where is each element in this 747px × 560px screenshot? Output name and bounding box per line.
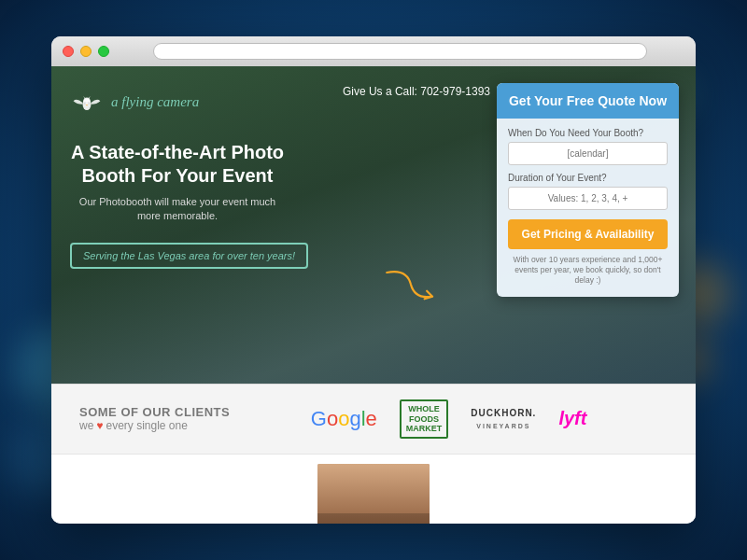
hero-section: Give Us a Call: 702-979-1393 — [51, 66, 696, 384]
title-bar — [51, 36, 696, 66]
serving-badge[interactable]: Serving the Las Vegas area for over ten … — [70, 243, 308, 269]
get-pricing-button[interactable]: Get Pricing & Availability — [508, 219, 668, 249]
preview-image — [317, 464, 430, 524]
svg-point-3 — [83, 97, 90, 104]
clients-section: SOME OF OUR CLIENTS we ♥ every single on… — [51, 384, 696, 454]
close-button[interactable] — [63, 46, 74, 57]
lyft-logo: lyft — [558, 408, 586, 429]
clients-subtitle: we ♥ every single one — [79, 419, 230, 432]
client-logos-container: Google WHOLEFOODSMARKET DUCKHORN. VINEYA… — [230, 399, 668, 439]
clients-we-text: we — [79, 419, 93, 432]
duration-input[interactable] — [508, 187, 668, 210]
preview-image-inner — [317, 464, 430, 524]
date-label: When Do You Need Your Booth? — [508, 128, 668, 138]
logo-text: a flying camera — [111, 94, 199, 110]
heart-icon: ♥ — [96, 419, 103, 432]
browser-window: Give Us a Call: 702-979-1393 — [51, 36, 696, 524]
form-disclaimer: With over 10 years experience and 1,000+… — [508, 255, 668, 286]
logo-icon — [70, 92, 104, 113]
duration-label: Duration of Your Event? — [508, 173, 668, 183]
clients-every-text: every single one — [106, 419, 187, 432]
google-logo: Google — [311, 407, 377, 431]
clients-title: SOME OF OUR CLIENTS — [79, 405, 230, 419]
clients-label: SOME OF OUR CLIENTS we ♥ every single on… — [79, 405, 230, 432]
hero-headline: A State-of-the-Art Photo Booth For Your … — [70, 141, 285, 188]
url-bar[interactable] — [153, 43, 647, 60]
bottom-preview — [51, 454, 696, 524]
form-body: When Do You Need Your Booth? Duration of… — [497, 119, 679, 297]
duckhorn-logo: DUCKHORN. VINEYARDS — [471, 407, 536, 431]
arrow-decoration — [383, 268, 439, 309]
date-input[interactable] — [508, 142, 668, 165]
hero-subtext: Our Photobooth will make your event much… — [70, 195, 285, 224]
whole-foods-logo: WHOLEFOODSMARKET — [400, 399, 449, 439]
quote-form: Get Your Free Quote Now When Do You Need… — [497, 83, 679, 297]
minimize-button[interactable] — [80, 46, 92, 57]
form-header: Get Your Free Quote Now — [497, 83, 679, 119]
maximize-button[interactable] — [98, 46, 109, 57]
